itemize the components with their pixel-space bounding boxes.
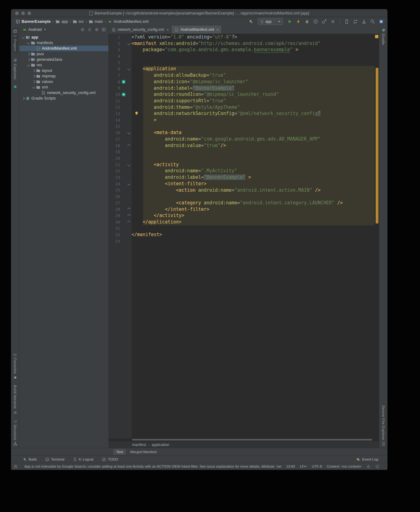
code-text[interactable]: <manifest xmlns:android="http://schemas.… bbox=[131, 40, 321, 47]
fold-marker-icon[interactable] bbox=[127, 144, 130, 147]
close-window-button[interactable] bbox=[15, 11, 19, 15]
caret-position[interactable]: 13:69 bbox=[286, 465, 295, 468]
file-encoding-indicator[interactable]: UTF-8 bbox=[312, 465, 322, 468]
sync-project-icon[interactable] bbox=[352, 18, 359, 25]
code-text[interactable]: android:theme="@style/AppTheme" bbox=[131, 104, 240, 111]
toolbar-window-icon[interactable] bbox=[378, 18, 385, 25]
fold-marker-icon[interactable] bbox=[127, 214, 130, 217]
code-text[interactable]: </intent-filter> bbox=[131, 206, 209, 213]
collapsed-arrow-icon[interactable] bbox=[32, 70, 36, 72]
editor-view-tab-merged-manifest[interactable]: Merged Manifest bbox=[127, 449, 160, 455]
device-file-explorer-stripe-button[interactable]: Device File Explorer bbox=[382, 405, 386, 446]
build-variants-stripe-button[interactable]: Build Variants bbox=[13, 385, 17, 414]
inspection-status-icon[interactable] bbox=[375, 35, 378, 38]
structure-stripe-button[interactable]: 7: Structure bbox=[13, 420, 17, 446]
fold-marker-icon[interactable] bbox=[127, 163, 130, 166]
code-text[interactable]: android:name=".MyActivity" bbox=[131, 168, 237, 174]
run-config-select[interactable]: app bbox=[258, 18, 283, 25]
tree-item-gradle-scripts[interactable]: Gradle Scripts bbox=[19, 96, 108, 101]
breadcrumb-item-bannerexample[interactable]: BannerExample bbox=[15, 19, 51, 24]
tab-network-security-config[interactable]: network_security_config.xml× bbox=[109, 26, 172, 34]
editor-breadcrumb-application[interactable]: application bbox=[151, 443, 169, 447]
settings-gear-icon[interactable] bbox=[95, 27, 99, 32]
breadcrumb-item-src[interactable]: src bbox=[72, 19, 85, 24]
tree-item-manifests[interactable]: manifests bbox=[19, 40, 108, 46]
expanded-arrow-icon[interactable] bbox=[26, 42, 30, 44]
event-log-button[interactable]: Event Log bbox=[356, 457, 378, 461]
expanded-arrow-icon[interactable] bbox=[26, 64, 30, 66]
tree-item-java[interactable]: java bbox=[19, 51, 108, 57]
close-tab-icon[interactable]: × bbox=[216, 27, 219, 32]
debug-icon[interactable] bbox=[303, 18, 311, 25]
apply-changes-icon[interactable] bbox=[295, 18, 302, 25]
expanded-arrow-icon[interactable] bbox=[21, 37, 25, 38]
collapse-all-icon[interactable] bbox=[87, 27, 92, 32]
scrollbar-highlight-marker[interactable] bbox=[376, 68, 378, 224]
close-tab-icon[interactable]: × bbox=[167, 27, 169, 32]
code-text[interactable]: android:icon="@mipmap/ic_launcher" bbox=[131, 79, 248, 85]
tree-item-app[interactable]: app bbox=[19, 35, 108, 40]
readonly-lock-icon[interactable] bbox=[366, 465, 370, 469]
sdk-manager-icon[interactable] bbox=[360, 18, 368, 25]
code-text[interactable]: android:label="BannerExample" > bbox=[131, 174, 251, 181]
project-stripe-button[interactable]: 1: Project bbox=[13, 28, 18, 53]
code-text[interactable]: <action android:name="android.intent.act… bbox=[131, 187, 321, 194]
code-text[interactable]: android:name="com.google.android.gms.ads… bbox=[131, 136, 321, 142]
fold-marker-icon[interactable] bbox=[127, 220, 130, 223]
title-bar[interactable]: BannerExample [~/src/github/android-exam… bbox=[11, 9, 387, 17]
horizontal-scrollbar[interactable] bbox=[109, 438, 379, 441]
zoom-window-button[interactable] bbox=[27, 11, 31, 15]
tree-item-values[interactable]: values bbox=[19, 79, 108, 84]
logcat-tool-button[interactable]: 6: Logcat bbox=[73, 457, 93, 461]
minimize-window-button[interactable] bbox=[21, 11, 25, 15]
collapsed-arrow-icon[interactable] bbox=[32, 81, 36, 83]
code-text[interactable]: </manifest> bbox=[131, 231, 162, 238]
code-text[interactable]: <?xml version="1.0" encoding="utf-8"?> bbox=[131, 34, 237, 40]
hide-panel-icon[interactable] bbox=[102, 27, 106, 32]
avd-manager-icon[interactable] bbox=[343, 18, 350, 25]
breadcrumb-item-androidmanifest-xml[interactable]: AndroidManifest.xml bbox=[107, 19, 149, 24]
editor-breadcrumb-manifest[interactable]: manifest bbox=[132, 443, 146, 447]
locate-target-icon[interactable] bbox=[80, 27, 85, 32]
collapsed-arrow-icon[interactable] bbox=[26, 59, 30, 61]
tree-item-androidmanifest-xml[interactable]: AndroidManifest.xml bbox=[19, 46, 108, 51]
collapsed-arrow-icon[interactable] bbox=[26, 53, 30, 55]
favorites-stripe-button[interactable]: 2: Favorites bbox=[13, 354, 17, 379]
run-icon[interactable] bbox=[286, 18, 293, 25]
tree-item-res[interactable]: res bbox=[19, 62, 108, 68]
code-text[interactable]: android:supportsRtl="true" bbox=[131, 98, 226, 104]
code-text[interactable]: android:networkSecurityConfig="@xml/netw… bbox=[131, 110, 321, 117]
terminal-tool-button[interactable]: Terminal bbox=[45, 457, 64, 461]
profiler-stripe-button[interactable] bbox=[13, 85, 17, 89]
launcher-icon-preview[interactable] bbox=[121, 80, 127, 84]
code-text[interactable]: > bbox=[131, 117, 156, 123]
code-text[interactable]: <intent-filter> bbox=[131, 181, 207, 187]
collapsed-arrow-icon[interactable] bbox=[32, 75, 36, 77]
code-text[interactable]: </application> bbox=[131, 219, 182, 225]
code-text[interactable]: </activity> bbox=[131, 212, 184, 219]
launcher-icon-preview[interactable] bbox=[121, 92, 127, 97]
collapsed-arrow-icon[interactable] bbox=[21, 97, 25, 100]
context-indicator[interactable]: Context: <no context> bbox=[327, 465, 361, 468]
horizontal-scrollbar-thumb[interactable] bbox=[132, 439, 372, 440]
tree-item-mipmap[interactable]: mipmap bbox=[19, 73, 108, 79]
code-text[interactable]: android:label="BannerExample" bbox=[131, 85, 234, 92]
editor-view-tab-text[interactable]: Text bbox=[113, 449, 126, 455]
code-text[interactable]: <application bbox=[131, 66, 176, 72]
expanded-arrow-icon[interactable] bbox=[32, 87, 36, 88]
stop-icon[interactable] bbox=[329, 18, 337, 25]
fold-marker-icon[interactable] bbox=[127, 131, 130, 134]
breadcrumb-item-main[interactable]: main bbox=[88, 19, 104, 24]
tab-android-manifest[interactable]: AndroidManifest.xml× bbox=[172, 26, 221, 34]
intention-bulb-icon[interactable] bbox=[134, 111, 139, 116]
attach-debugger-icon[interactable] bbox=[321, 18, 328, 25]
breadcrumb-item-app[interactable]: app bbox=[55, 19, 69, 24]
captures-stripe-button[interactable]: Captures bbox=[13, 58, 17, 80]
fold-marker-icon[interactable] bbox=[127, 68, 130, 71]
editor-body[interactable]: 1<?xml version="1.0" encoding="utf-8"?>2… bbox=[109, 34, 379, 438]
gradle-stripe-button[interactable]: Gradle bbox=[382, 28, 386, 45]
fold-marker-icon[interactable] bbox=[127, 182, 130, 185]
build-tool-button[interactable]: Build bbox=[23, 457, 37, 461]
code-text[interactable]: android:roundIcon="@mipmap/ic_launcher_r… bbox=[131, 91, 279, 98]
tree-item-layout[interactable]: layout bbox=[19, 68, 108, 73]
